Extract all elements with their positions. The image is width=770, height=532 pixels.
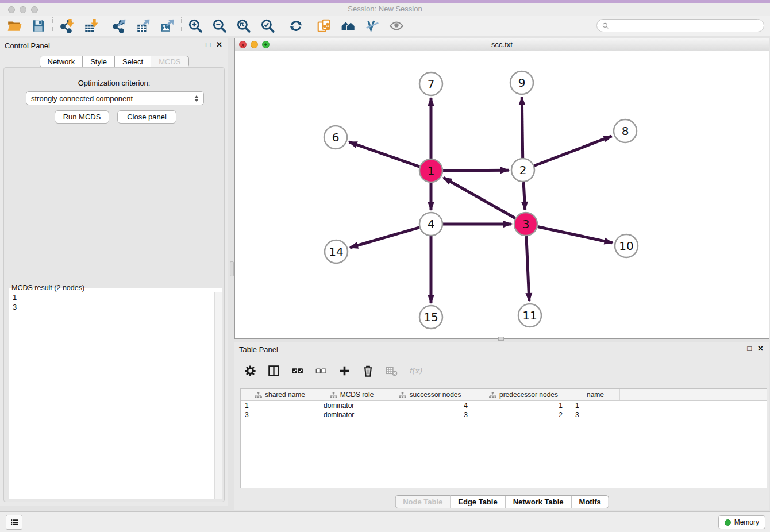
memory-button[interactable]: Memory bbox=[718, 515, 765, 529]
tab-network[interactable]: Network bbox=[39, 56, 83, 68]
graph-node-label-1: 1 bbox=[428, 164, 435, 178]
graph-edge-2-9[interactable] bbox=[522, 97, 522, 158]
memory-label: Memory bbox=[734, 518, 759, 526]
tab-node-table[interactable]: Node Table bbox=[395, 495, 451, 508]
import-network-icon bbox=[59, 18, 74, 33]
table-row[interactable]: 1dominator411 bbox=[241, 401, 767, 410]
network-window-titlebar[interactable]: x – + scc.txt bbox=[235, 38, 769, 51]
hierarchy-icon bbox=[330, 392, 337, 398]
home-button[interactable] bbox=[340, 17, 357, 34]
save-session-button[interactable] bbox=[30, 17, 47, 34]
search-box[interactable] bbox=[596, 19, 764, 32]
panel-divider-handle[interactable] bbox=[230, 261, 234, 276]
import-table-button[interactable] bbox=[82, 17, 99, 34]
cell-name: 3 bbox=[571, 410, 620, 419]
float-panel-icon[interactable]: □ bbox=[206, 40, 210, 49]
table-options-button[interactable] bbox=[242, 363, 257, 378]
hide-details-icon bbox=[365, 18, 380, 33]
show-overview-button[interactable] bbox=[388, 17, 405, 34]
table-header-row: shared nameMCDS rolesuccessor nodesprede… bbox=[241, 389, 767, 401]
toolbar-separator bbox=[105, 17, 105, 34]
graph-edge-3-10[interactable] bbox=[538, 227, 613, 243]
run-mcds-button[interactable]: Run MCDS bbox=[55, 110, 109, 124]
import-network-button[interactable] bbox=[58, 17, 75, 34]
titlebar: Session: New Session bbox=[0, 3, 770, 16]
memory-status-icon bbox=[725, 519, 731, 526]
main-toolbar bbox=[0, 16, 770, 36]
float-table-panel-icon[interactable]: □ bbox=[747, 344, 752, 353]
export-table-button[interactable] bbox=[134, 17, 152, 34]
mcds-result-item: 1 bbox=[13, 292, 218, 302]
network-canvas[interactable]: 7968124314101511 bbox=[235, 51, 769, 338]
column-header-shared-name[interactable]: shared name bbox=[241, 389, 319, 400]
graph-node-label-15: 15 bbox=[424, 310, 438, 324]
tab-select[interactable]: Select bbox=[114, 56, 151, 68]
table-panel-title: Table Panel bbox=[239, 345, 278, 354]
zoom-in-button[interactable] bbox=[187, 17, 204, 34]
network-view-window: x – + scc.txt 7968124314101511 bbox=[234, 38, 769, 339]
export-image-button[interactable] bbox=[159, 17, 176, 34]
delete-table-icon bbox=[385, 364, 398, 377]
graph-edge-2-3[interactable] bbox=[523, 182, 525, 210]
hierarchy-icon bbox=[489, 392, 496, 398]
tab-network-table[interactable]: Network Table bbox=[505, 495, 572, 508]
zoom-out-button[interactable] bbox=[211, 17, 228, 34]
graph-edge-1-2[interactable] bbox=[443, 170, 509, 171]
graph-edge-1-6[interactable] bbox=[349, 142, 420, 167]
column-header-successor-nodes[interactable]: successor nodes bbox=[384, 389, 476, 400]
apply-layout-button[interactable] bbox=[287, 17, 305, 34]
table-toolbar: f(x) bbox=[242, 359, 422, 382]
new-column-icon bbox=[338, 364, 351, 377]
search-input[interactable] bbox=[610, 22, 759, 30]
close-panel-icon[interactable]: ✕ bbox=[216, 40, 222, 49]
result-scrollbar[interactable] bbox=[214, 292, 222, 499]
zoom-fit-button[interactable] bbox=[235, 17, 252, 34]
graph-edge-3-1[interactable] bbox=[444, 178, 515, 218]
table-row[interactable]: 3dominator323 bbox=[241, 410, 767, 419]
clone-network-icon bbox=[317, 18, 332, 33]
unselect-all-columns-button[interactable] bbox=[313, 363, 328, 378]
column-header-predecessor-nodes[interactable]: predecessor nodes bbox=[476, 389, 571, 400]
cell-predecessor-nodes: 1 bbox=[476, 401, 571, 410]
graph-edge-2-8[interactable] bbox=[534, 136, 612, 166]
column-header-MCDS-role[interactable]: MCDS role bbox=[319, 389, 384, 400]
cell-successor-nodes: 3 bbox=[384, 410, 476, 419]
zoom-out-icon bbox=[212, 18, 227, 33]
export-network-button[interactable] bbox=[110, 17, 128, 34]
cell-name: 1 bbox=[571, 401, 620, 410]
clone-network-button[interactable] bbox=[315, 17, 333, 34]
search-icon bbox=[602, 22, 610, 30]
graph-node-label-14: 14 bbox=[329, 245, 343, 259]
criterion-dropdown[interactable]: strongly connected component bbox=[26, 91, 204, 105]
function-builder-button: f(x) bbox=[407, 363, 422, 378]
mcds-result-title: MCDS result (2 nodes) bbox=[10, 284, 86, 292]
new-column-button[interactable] bbox=[337, 363, 352, 378]
open-session-button[interactable] bbox=[6, 17, 23, 34]
graph-edge-3-11[interactable] bbox=[526, 236, 529, 301]
zoom-selected-button[interactable] bbox=[259, 17, 276, 34]
close-table-panel-icon[interactable]: ✕ bbox=[757, 344, 764, 353]
hide-details-button[interactable] bbox=[364, 17, 381, 34]
hierarchy-icon bbox=[255, 392, 262, 398]
close-panel-button[interactable]: Close panel bbox=[117, 110, 176, 124]
zoom-in-icon bbox=[188, 18, 203, 33]
table-options-icon bbox=[244, 364, 257, 377]
zoom-fit-icon bbox=[236, 18, 251, 33]
dropdown-stepper-icon bbox=[194, 95, 199, 102]
task-history-button[interactable] bbox=[6, 515, 22, 530]
split-table-view-button[interactable] bbox=[266, 363, 281, 378]
node-table: shared nameMCDS rolesuccessor nodesprede… bbox=[240, 388, 767, 488]
column-header-name[interactable]: name bbox=[571, 389, 620, 400]
select-all-columns-button[interactable] bbox=[290, 363, 305, 378]
network-resize-grip[interactable] bbox=[498, 337, 504, 341]
graph-edge-4-14[interactable] bbox=[350, 228, 419, 248]
tab-motifs[interactable]: Motifs bbox=[571, 495, 609, 508]
tab-mcds[interactable]: MCDS bbox=[151, 56, 188, 68]
mcds-result-list: 13 bbox=[9, 292, 222, 313]
tab-edge-table[interactable]: Edge Table bbox=[450, 495, 505, 508]
tab-style[interactable]: Style bbox=[82, 56, 115, 68]
delete-columns-button[interactable] bbox=[360, 363, 375, 378]
network-window-title: scc.txt bbox=[235, 40, 769, 49]
graph-node-label-4: 4 bbox=[428, 217, 435, 231]
export-network-icon bbox=[111, 18, 126, 33]
